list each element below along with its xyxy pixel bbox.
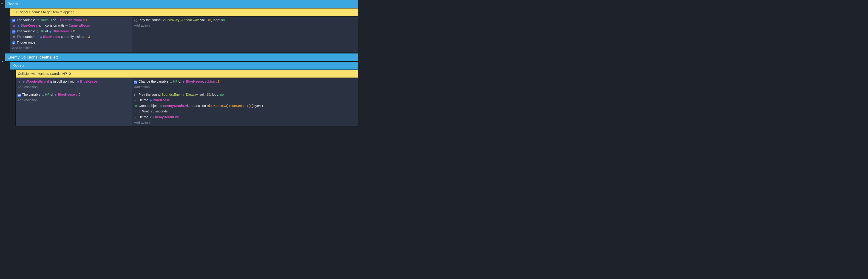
- group-header-enemy[interactable]: Enemy Collisions, deaths, etc: [5, 53, 358, 62]
- condition-line[interactable]: Var The variable HP of BlueKeese ≤ 0: [12, 29, 130, 34]
- object-icon: [65, 24, 68, 28]
- object-icon: [54, 93, 57, 97]
- condition-line[interactable]: The number of BlueKeese currently picked…: [12, 34, 130, 39]
- collision-icon: [18, 80, 21, 84]
- action-line[interactable]: ↳ Wait .25 seconds: [134, 108, 356, 114]
- group-header-keese[interactable]: Keese: [10, 62, 358, 70]
- object-icon: [76, 80, 80, 84]
- action-line[interactable]: Create object EnemyDeathLvl1 at position…: [134, 103, 356, 108]
- action-line[interactable]: Play the sound Sounds\Enemy_Die.wav, vol…: [134, 92, 356, 97]
- event-row[interactable]: WoodenSword is in collision with BlueKee…: [16, 78, 358, 91]
- conditions-column: Var The variable HP of BlueKeese ≤ 0 Add…: [16, 91, 132, 126]
- actions-column: Play the sound Sounds\Key_Appear.wav, vo…: [132, 16, 358, 51]
- collision-icon: [12, 24, 16, 28]
- conditions-column: Var The variable RoomID of CameraRoom = …: [10, 16, 132, 51]
- action-line[interactable]: Delete BlueKeese: [134, 97, 356, 103]
- trigger-once-icon: 1: [12, 41, 16, 45]
- subevent-icon: ↳: [134, 109, 137, 114]
- collapse-icon[interactable]: ▾: [2, 60, 3, 64]
- var-badge-icon: Var: [18, 94, 21, 97]
- add-condition[interactable]: Add condition: [12, 45, 130, 51]
- object-icon: [17, 24, 20, 28]
- group-title: Room 1: [7, 1, 21, 7]
- event-row[interactable]: Var The variable HP of BlueKeese ≤ 0 Add…: [16, 91, 358, 127]
- add-action[interactable]: Add action: [134, 23, 356, 28]
- sound-icon: [134, 93, 137, 97]
- action-line[interactable]: Delete EnemyDeathLvl1: [134, 114, 356, 120]
- variable-icon: [36, 18, 39, 23]
- condition-line[interactable]: Var The variable RoomID of CameraRoom = …: [12, 17, 130, 23]
- object-icon: [159, 104, 162, 108]
- collapse-icon[interactable]: ▾: [1, 2, 3, 6]
- condition-line[interactable]: 1 Trigger once: [12, 40, 130, 45]
- action-line[interactable]: Var Change the variable HP of BlueKeese:…: [134, 79, 356, 84]
- object-icon: [39, 35, 42, 39]
- comment-sword-hp[interactable]: Collision with various swords, HP=0: [16, 70, 358, 77]
- delete-icon: [134, 98, 137, 103]
- variable-icon: [41, 93, 44, 97]
- object-icon: [57, 18, 60, 23]
- object-icon: [22, 80, 25, 84]
- wait-icon: [137, 109, 141, 114]
- object-icon: [149, 115, 152, 119]
- var-badge-icon: Var: [134, 80, 137, 84]
- object-icon: [49, 29, 52, 34]
- actions-column: Play the sound Sounds\Enemy_Die.wav, vol…: [132, 91, 358, 126]
- add-condition[interactable]: Add condition: [18, 84, 130, 90]
- add-condition[interactable]: Add condition: [18, 97, 130, 103]
- variable-icon: [36, 29, 39, 34]
- comment-text: Collision with various swords, HP=0: [18, 72, 71, 75]
- create-icon: [134, 104, 137, 108]
- add-action[interactable]: Add action: [134, 84, 356, 90]
- object-icon: [182, 80, 185, 84]
- group-header-room1[interactable]: Room 1: [5, 0, 358, 8]
- pick-icon: [12, 35, 16, 39]
- var-badge-icon: Var: [12, 30, 16, 34]
- add-action[interactable]: Add action: [134, 120, 356, 125]
- var-badge-icon: Var: [12, 19, 16, 22]
- object-icon: [149, 98, 152, 103]
- comment-kill-trigger[interactable]: Kill Trigger Enemies to get item to appe…: [10, 8, 358, 16]
- delete-icon: [134, 115, 137, 119]
- action-line[interactable]: Play the sound Sounds\Key_Appear.wav, vo…: [134, 17, 356, 23]
- conditions-column: WoodenSword is in collision with BlueKee…: [16, 78, 132, 91]
- event-row[interactable]: Var The variable RoomID of CameraRoom = …: [10, 16, 358, 52]
- group-title: Enemy Collisions, deaths, etc: [7, 55, 59, 60]
- group-title: Keese: [13, 63, 24, 69]
- comment-text: Kill Trigger Enemies to get item to appe…: [13, 10, 74, 14]
- sound-icon: [134, 18, 137, 23]
- actions-column: Var Change the variable HP of BlueKeese:…: [132, 78, 358, 91]
- variable-icon: [169, 80, 173, 84]
- condition-line[interactable]: Var The variable HP of BlueKeese ≤ 0: [18, 92, 130, 97]
- condition-line[interactable]: WoodenSword is in collision with BlueKee…: [18, 79, 130, 84]
- condition-line[interactable]: BlueKeese is in collision with CameraRoo…: [12, 23, 130, 28]
